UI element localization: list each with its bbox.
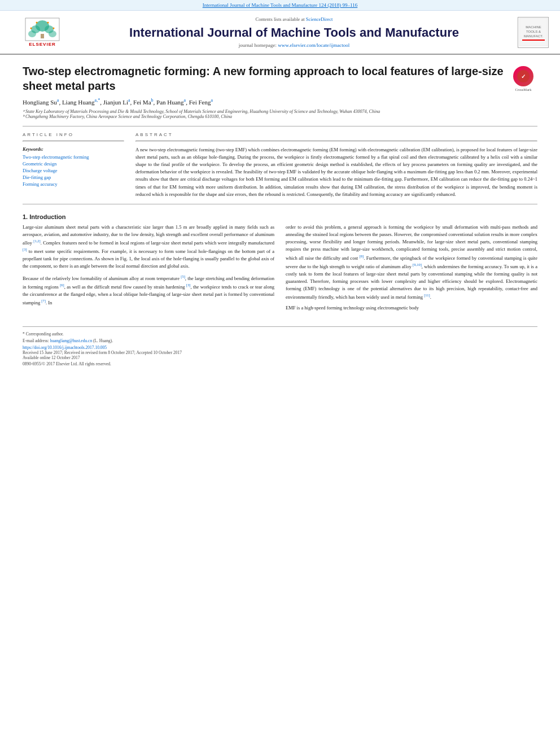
svg-text:✓: ✓ [521, 73, 526, 80]
science-direct-url[interactable]: ScienceDirect [306, 16, 333, 22]
received-dates: Received 15 June 2017; Received in revis… [23, 350, 182, 355]
doi-anchor[interactable]: https://doi.org/10.1016/j.ijmachtools.20… [23, 345, 107, 350]
citation-bar: International Journal of Machine Tools a… [0, 0, 560, 11]
keyword-1[interactable]: Two-step electromagnetic forming [23, 154, 124, 160]
article-title-section: Two-step electromagnetic forming: A new … [23, 64, 537, 93]
crossmark-label: CrossMark [515, 88, 532, 91]
author-feima: Fei Mab [133, 99, 153, 106]
email-suffix: (L. Huang). [93, 338, 113, 343]
svg-text:MANUFACT.: MANUFACT. [523, 34, 542, 38]
journal-homepage: journal homepage: www.elsevier.com/locat… [73, 42, 515, 48]
journal-header: ELSEVIER Contents lists available at Sci… [0, 11, 560, 55]
svg-rect-17 [522, 40, 545, 41]
author-jianjun: Jianjun Lia [103, 99, 130, 106]
footer-available: Available online 12 October 2017 [23, 355, 537, 360]
author-feifeng: Fei Fenga [189, 99, 213, 106]
authors-line: Hongliang Sua, Liang Huanga,*, Jianjun L… [23, 98, 537, 106]
svg-point-9 [47, 21, 49, 23]
info-divider [23, 141, 124, 142]
homepage-url[interactable]: www.elsevier.com/locate/ijmactool [278, 42, 349, 48]
introduction-section: 1. Introduction Large-size aluminum shee… [23, 213, 537, 315]
section-title: 1. Introduction [23, 213, 537, 220]
svg-text:MACHINE: MACHINE [526, 25, 541, 29]
intro-right-col: order to avoid this problem, a general a… [286, 224, 537, 315]
info-abstract-section: ARTICLE INFO Keywords: Two-step electrom… [23, 132, 537, 198]
intro-para-2: Because of the relatively low formabilit… [23, 274, 274, 307]
crossmark-icon: ✓ [513, 66, 533, 86]
affiliation-b: ᵇ Changzheng Machinery Factory, China Ae… [23, 114, 537, 119]
abstract-divider [135, 141, 537, 142]
email-label: E-mail address: [23, 338, 49, 343]
affiliation-a: ᵃ State Key Laboratory of Materials Proc… [23, 109, 537, 114]
footer-copyright: 0890-6955/© 2017 Elsevier Ltd. All right… [23, 361, 537, 366]
svg-text:ELSEVIER: ELSEVIER [29, 42, 56, 47]
keyword-3[interactable]: Discharge voltage [23, 168, 124, 173]
section-number: 1. [23, 213, 28, 220]
homepage-label: journal homepage: [239, 42, 277, 48]
svg-point-10 [30, 27, 32, 29]
email-link[interactable]: huangliang@hust.edu.cn [50, 338, 92, 343]
elsevier-logo: ELSEVIER [11, 17, 73, 48]
available-date: Available online 12 October 2017 [23, 355, 80, 360]
divider-bottom [23, 204, 537, 204]
svg-text:TOOLS &: TOOLS & [526, 30, 541, 33]
journal-logo-right: MACHINE TOOLS & MANUFACT. [515, 17, 549, 48]
corresponding-label: * Corresponding author. [23, 331, 64, 337]
intro-body: Large-size aluminum sheet metal parts wi… [23, 224, 537, 315]
keyword-2[interactable]: Geometric design [23, 161, 124, 167]
intro-para-1: Large-size aluminum sheet metal parts wi… [23, 224, 274, 270]
svg-point-6 [49, 30, 56, 37]
right-journal-icon: MACHINE TOOLS & MANUFACT. [519, 18, 548, 46]
divider-top [23, 126, 537, 126]
author-hongliang: Hongliang Sua [23, 99, 59, 106]
article-title: Two-step electromagnetic forming: A new … [23, 64, 504, 93]
svg-point-8 [36, 21, 38, 23]
main-content: Two-step electromagnetic forming: A new … [0, 55, 560, 378]
keyword-4[interactable]: Die-fitting gap [23, 174, 124, 180]
footer-dates: Received 15 June 2017; Received in revis… [23, 350, 537, 355]
intro-left-col: Large-size aluminum sheet metal parts wi… [23, 224, 274, 315]
elsevier-tree-icon: ELSEVIER [20, 17, 65, 48]
abstract-text: A new two-step electromagnetic forming (… [135, 146, 537, 198]
copyright-text: 0890-6955/© 2017 Elsevier Ltd. All right… [23, 361, 111, 366]
svg-rect-7 [41, 34, 44, 38]
article-info-column: ARTICLE INFO Keywords: Two-step electrom… [23, 132, 124, 198]
journal-center: Contents lists available at ScienceDirec… [73, 16, 515, 48]
svg-point-5 [28, 30, 36, 37]
author-pan: Pan Huanga [156, 99, 186, 106]
right-logo-box: MACHINE TOOLS & MANUFACT. [518, 17, 549, 48]
citation-link[interactable]: International Journal of Machine Tools a… [203, 2, 358, 8]
affiliations: ᵃ State Key Laboratory of Materials Proc… [23, 109, 537, 119]
email-note: E-mail address: huangliang@hust.edu.cn (… [23, 338, 537, 343]
keyword-5[interactable]: Forming accuracy [23, 181, 124, 187]
journal-title: International Journal of Machine Tools a… [73, 25, 515, 40]
svg-point-11 [53, 27, 55, 29]
footer-section: * Corresponding author. E-mail address: … [23, 326, 537, 366]
corresponding-note: * Corresponding author. [23, 331, 537, 337]
science-direct-link: Contents lists available at ScienceDirec… [73, 16, 515, 22]
article-info-label: ARTICLE INFO [23, 132, 124, 137]
intro-para-4: EMF is a high-speed forming technology u… [286, 304, 537, 312]
author-liang: Liang Huanga,* [62, 99, 100, 106]
intro-para-3: order to avoid this problem, a general a… [286, 224, 537, 301]
crossmark-badge[interactable]: ✓ CrossMark [509, 66, 537, 91]
doi-link[interactable]: https://doi.org/10.1016/j.ijmachtools.20… [23, 345, 537, 350]
section-title-text: Introduction [29, 213, 65, 220]
abstract-column: ABSTRACT A new two-step electromagnetic … [135, 132, 537, 198]
abstract-label: ABSTRACT [135, 132, 537, 137]
keywords-label: Keywords: [23, 146, 124, 152]
